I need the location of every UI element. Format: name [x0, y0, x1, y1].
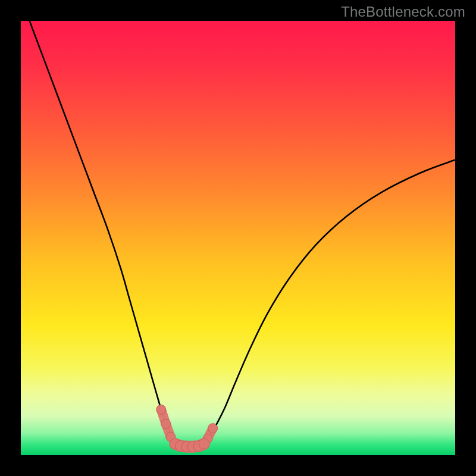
chart-frame: TheBottleneck.com	[0, 0, 476, 476]
plot-area	[21, 21, 455, 455]
watermark-text: TheBottleneck.com	[341, 4, 465, 20]
series-right-curve	[203, 160, 455, 444]
marker-right-1	[208, 424, 218, 433]
chart-svg	[21, 21, 455, 455]
marker-left-1	[161, 419, 171, 428]
series-left-curve	[30, 21, 177, 444]
marker-trough-5	[199, 439, 209, 449]
marker-left-0	[156, 405, 166, 414]
